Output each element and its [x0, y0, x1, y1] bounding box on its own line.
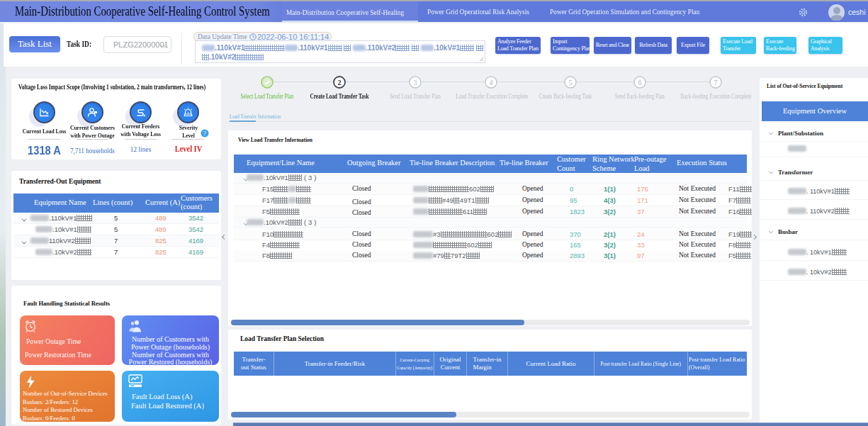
svg-text:2: 2 — [338, 79, 342, 86]
svg-text:5: 5 — [569, 79, 573, 86]
svg-text:3: 3 — [414, 79, 417, 86]
svg-text:7: 7 — [714, 79, 718, 86]
svg-text:6: 6 — [638, 79, 642, 86]
svg-text:4: 4 — [490, 79, 493, 86]
svg-text:?: ? — [203, 130, 206, 137]
